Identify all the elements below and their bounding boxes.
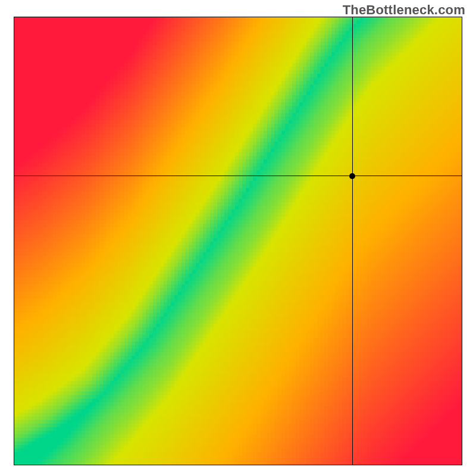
chart-frame: TheBottleneck.com [0, 0, 476, 476]
heatmap-canvas [14, 17, 462, 465]
watermark-label: TheBottleneck.com [343, 2, 465, 18]
